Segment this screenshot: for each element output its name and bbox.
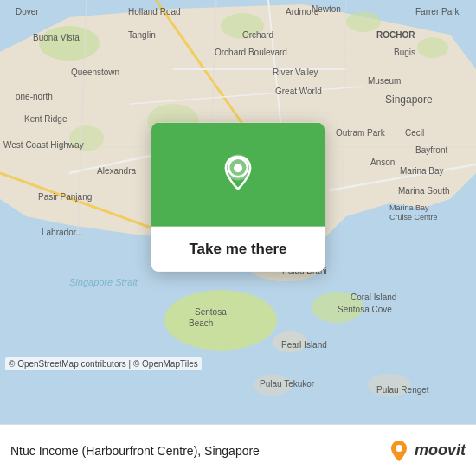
map-attribution: © OpenStreetMap contributors | © OpenMap… (5, 357, 202, 370)
moovit-logo: moovit (387, 439, 466, 463)
svg-point-30 (234, 164, 242, 172)
take-me-there-button[interactable]: Take me there (151, 227, 325, 272)
svg-point-5 (417, 37, 448, 58)
svg-point-4 (346, 11, 381, 32)
svg-point-2 (39, 26, 100, 61)
svg-point-12 (254, 375, 292, 396)
moovit-logo-icon (387, 439, 411, 463)
svg-point-8 (164, 290, 277, 351)
location-pin-icon (216, 153, 260, 196)
svg-point-10 (312, 292, 363, 323)
svg-text:Singapore Strait: Singapore Strait (69, 277, 138, 287)
card-top (151, 123, 325, 227)
svg-point-11 (273, 331, 307, 352)
svg-point-13 (368, 374, 411, 396)
place-name: Ntuc Income (Harbourfront Centre), Singa… (10, 444, 387, 458)
svg-point-31 (396, 445, 402, 452)
bottom-bar: Ntuc Income (Harbourfront Centre), Singa… (0, 424, 476, 476)
map-container: Singapore Strait Dover Holland Road Ardm… (0, 0, 476, 424)
moovit-text: moovit (415, 441, 466, 460)
card-overlay: Take me there (151, 123, 325, 272)
svg-point-3 (221, 13, 264, 39)
